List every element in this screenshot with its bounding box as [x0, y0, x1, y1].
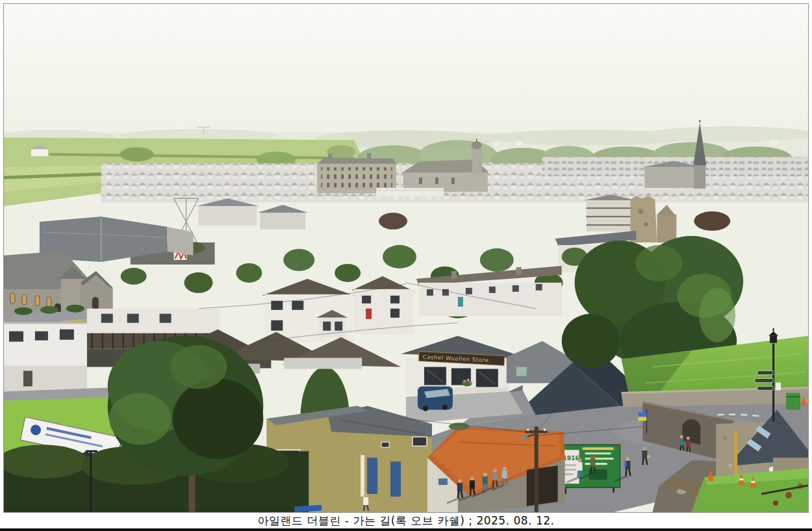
red-door	[366, 309, 372, 319]
apartments-row	[584, 194, 637, 231]
townscape-photo: Cashel Woollen Store	[4, 4, 808, 512]
photo-page: Cashel Woollen Store	[0, 0, 812, 531]
seminary-building	[317, 153, 396, 193]
fingerpost-signs	[755, 371, 773, 391]
copper-beech-tree-2	[694, 211, 730, 231]
teal-door	[458, 297, 463, 307]
pole-notice	[776, 383, 781, 391]
white-canopy-sheds	[376, 188, 444, 196]
blue-door-2	[390, 461, 401, 497]
white-house-red-door	[351, 276, 415, 335]
blue-door	[367, 458, 377, 494]
billboard-1916: 1916	[559, 445, 620, 494]
wall-arch	[682, 419, 700, 445]
copper-beech-tree	[379, 213, 407, 229]
photo-frame: Cashel Woollen Store	[3, 3, 809, 513]
caption: 아일랜드 더블린 - 가는 길(록 오브 카쉘) ; 2025. 08. 12.	[0, 513, 812, 528]
dark-garage-door	[527, 465, 558, 506]
bottom-bar	[0, 528, 812, 531]
lit-window	[516, 367, 527, 376]
corner-white-house	[4, 323, 87, 393]
green-bin	[786, 393, 800, 409]
abbey-ruin-tower	[630, 196, 676, 242]
van	[418, 386, 453, 411]
billboard-year-text: 1916	[563, 455, 579, 461]
